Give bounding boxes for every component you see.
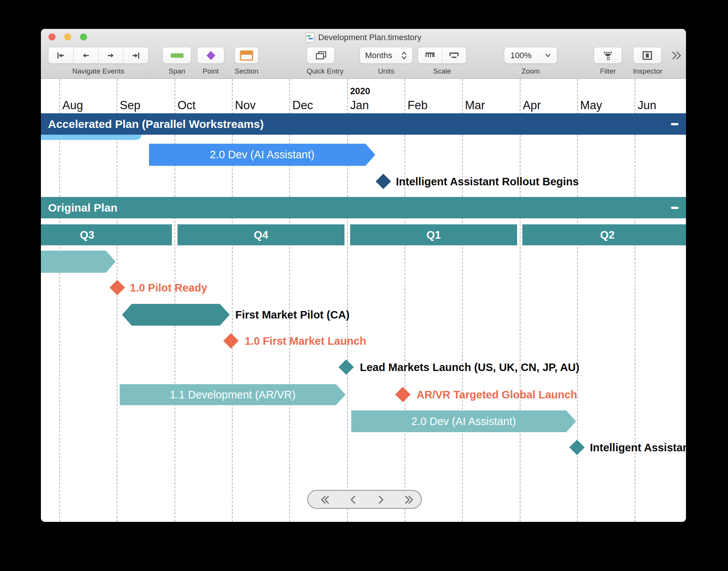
milestone-label-intelligent-assistant: Intelligent Assistant Rollout Begins (396, 174, 579, 189)
add-point-button[interactable] (197, 47, 224, 64)
window-title-row: Development Plan.timestory (41, 32, 686, 43)
section-label: Section (235, 67, 259, 75)
scale-ticks-icon (424, 51, 436, 60)
milestone-diamond-intelligent-assistant-original[interactable] (569, 440, 585, 455)
timeline-pager (307, 490, 422, 509)
month-label-jun: Jun (638, 99, 656, 112)
year-label: 2020 (350, 86, 370, 96)
milestone-label-lead-markets: Lead Markets Launch (US, UK, CN, JP, AU) (360, 360, 579, 375)
timeline-canvas: 2020 Aug Sep Oct Nov Dec Jan Feb Mar Apr… (41, 79, 686, 522)
chevron-down-icon (545, 53, 551, 58)
scale-compress-button[interactable] (418, 47, 442, 63)
span-label: Span (162, 67, 191, 75)
quarter-bar-q4[interactable]: Q4 (177, 224, 344, 245)
units-dropdown[interactable]: Months (359, 47, 413, 64)
milestone-label-first-market-launch: 1.0 First Market Launch (245, 334, 366, 349)
milestone-diamond-first-market-launch[interactable] (223, 333, 239, 349)
milestone-label-pilot-ready: 1.0 Pilot Ready (130, 280, 207, 295)
navigate-events-label: Navigate Events (48, 67, 149, 75)
scale-expand-button[interactable] (442, 47, 466, 63)
go-next-event-button[interactable] (98, 47, 123, 63)
gridline-sep (117, 79, 117, 522)
go-first-event-button[interactable] (48, 47, 73, 63)
page-far-right-button[interactable] (403, 493, 415, 506)
event-bar-partial-hidden[interactable] (41, 135, 141, 140)
collapse-section-button[interactable] (671, 207, 678, 209)
gridline-apr (520, 79, 520, 522)
month-label-jan: Jan (350, 99, 369, 112)
month-label-aug: Aug (62, 99, 83, 112)
quarter-bar-q2[interactable]: Q2 (522, 224, 686, 245)
add-section-button[interactable] (235, 47, 259, 64)
filter-label: Filter (594, 67, 622, 75)
event-bar-dev2-original[interactable]: 2.0 Dev (AI Assistant) (351, 410, 576, 432)
month-label-oct: Oct (177, 99, 196, 112)
month-label-may: May (580, 99, 602, 112)
units-value: Months (365, 51, 392, 60)
milestone-diamond-pilot-ready[interactable] (110, 280, 125, 295)
go-previous-event-button[interactable] (73, 47, 98, 63)
collapse-section-button[interactable] (671, 123, 678, 125)
page-far-left-button[interactable] (319, 493, 331, 506)
point-label: Point (197, 67, 224, 75)
month-label-apr: Apr (523, 99, 541, 112)
arrow-right-icon (105, 50, 116, 61)
quick-entry-button[interactable] (307, 47, 335, 64)
event-bar-dev2-accelerated[interactable]: 2.0 Dev (AI Assistant) (149, 144, 375, 166)
month-label-sep: Sep (120, 99, 140, 112)
stepper-icon (401, 50, 407, 61)
filter-button[interactable] (594, 47, 622, 64)
inspector-panel-icon (642, 50, 653, 61)
section-header-accelerated-plan[interactable]: Accelerated Plan (Parallel Workstreams) (41, 113, 686, 135)
quarter-bar-q3[interactable]: Q3 (41, 224, 172, 245)
inspector-label: Inspector (633, 67, 662, 75)
event-bar-label: 2.0 Dev (AI Assistant) (411, 415, 516, 428)
inspector-button[interactable] (633, 47, 662, 64)
window-chrome: Development Plan.timestory (41, 29, 686, 79)
page-right-button[interactable] (374, 493, 387, 506)
event-bar-first-market-pilot[interactable] (122, 304, 230, 326)
span-icon (170, 53, 184, 59)
double-chevron-right-icon (671, 50, 683, 61)
section-header-original-plan[interactable]: Original Plan (41, 197, 686, 218)
skip-to-start-icon (55, 50, 66, 61)
add-span-button[interactable] (162, 47, 191, 64)
app-window: Development Plan.timestory (41, 29, 686, 522)
page-left-button[interactable] (347, 493, 360, 506)
milestone-diamond-intelligent-assistant[interactable] (376, 174, 391, 189)
scale-control (418, 47, 466, 64)
milestone-label-arvr-launch: AR/VR Targeted Global Launch (417, 387, 577, 402)
event-bar-partial-left[interactable] (41, 251, 116, 273)
chevron-left-icon (347, 493, 360, 506)
filter-funnel-icon (602, 50, 614, 61)
zoom-value: 100% (510, 51, 531, 60)
section-title: Accelerated Plan (Parallel Workstreams) (41, 118, 264, 131)
toolbar-overflow-button[interactable] (671, 50, 683, 61)
quarter-bar-q1[interactable]: Q1 (350, 224, 517, 245)
go-last-event-button[interactable] (123, 47, 148, 63)
zoom-label: Zoom (504, 67, 557, 75)
double-chevron-left-icon (319, 493, 331, 506)
milestone-diamond-arvr-launch[interactable] (395, 387, 411, 402)
window-title: Development Plan.timestory (318, 33, 421, 42)
event-bar-dev11[interactable]: 1.1 Development (AR/VR) (120, 384, 346, 405)
month-label-mar: Mar (465, 99, 485, 112)
month-label-nov: Nov (235, 99, 256, 112)
double-chevron-right-icon (403, 493, 415, 506)
gridline-mar (462, 79, 463, 522)
gridline-may (577, 79, 578, 522)
document-icon (305, 32, 314, 43)
month-label-feb: Feb (408, 99, 427, 112)
month-label-dec: Dec (292, 99, 313, 112)
quick-entry-label: Quick Entry (307, 67, 335, 75)
section-icon (240, 50, 253, 61)
milestone-diamond-lead-markets[interactable] (338, 359, 354, 375)
chevron-right-icon (374, 493, 387, 506)
zoom-dropdown[interactable]: 100% (504, 47, 557, 64)
gridline-feb (405, 79, 405, 522)
event-label-first-market-pilot: First Market Pilot (CA) (235, 307, 350, 322)
event-bar-label: 2.0 Dev (AI Assistant) (210, 149, 314, 161)
scale-fit-icon (448, 51, 460, 60)
skip-to-end-icon (130, 50, 141, 61)
scale-label: Scale (418, 67, 466, 75)
